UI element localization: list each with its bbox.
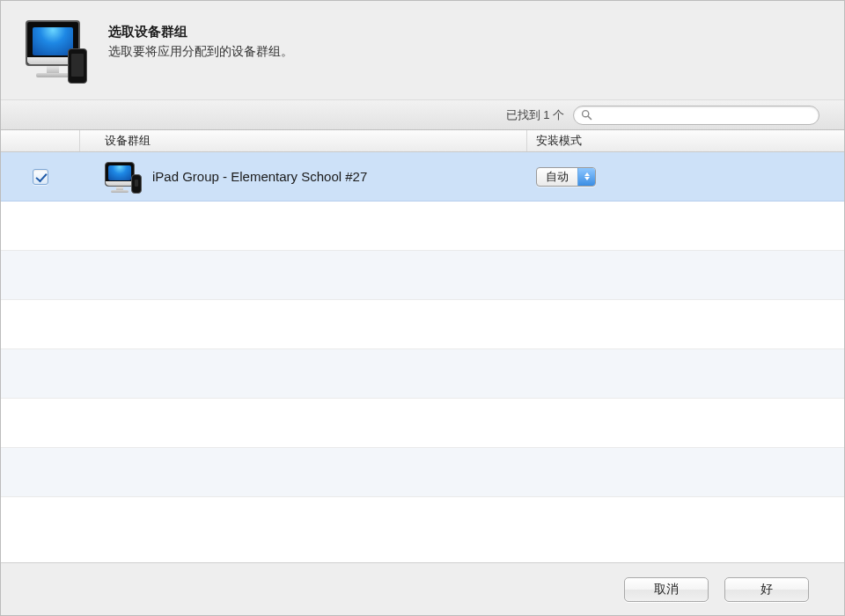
column-header-mode-label: 安装模式 [536, 133, 582, 149]
install-mode-value: 自动 [537, 168, 577, 186]
install-mode-select[interactable]: 自动 [536, 167, 596, 187]
row-group-cell: iPad Group - Elementary School #27 [80, 162, 527, 192]
search-strip: 已找到 1 个 [1, 100, 844, 130]
table-header: 设备群组 安装模式 [1, 130, 844, 152]
row-checkbox[interactable] [33, 169, 48, 185]
search-input[interactable] [592, 108, 812, 122]
dialog-window: 选取设备群组 选取要将应用分配到的设备群组。 已找到 1 个 设备群组 安装模式 [0, 0, 845, 616]
svg-line-1 [588, 116, 591, 119]
table-row [1, 349, 844, 399]
table-row [1, 251, 844, 300]
dialog-header-text: 选取设备群组 选取要将应用分配到的设备群组。 [108, 20, 293, 60]
dialog-header: 选取设备群组 选取要将应用分配到的设备群组。 [1, 1, 844, 100]
cancel-button[interactable]: 取消 [624, 577, 709, 602]
table-body: iPad Group - Elementary School #27 自动 [1, 152, 844, 562]
cancel-button-label: 取消 [654, 582, 679, 598]
table-row [1, 300, 844, 349]
found-count-label: 已找到 1 个 [506, 107, 564, 123]
ok-button[interactable]: 好 [724, 577, 809, 602]
dialog-footer: 取消 好 [1, 562, 844, 615]
search-icon [581, 109, 592, 121]
column-header-mode[interactable]: 安装模式 [527, 130, 844, 151]
table-row [1, 399, 844, 448]
column-header-group-label: 设备群组 [105, 133, 151, 149]
search-field[interactable] [573, 106, 819, 125]
devices-icon [105, 162, 140, 192]
table-row [1, 202, 844, 251]
column-header-checkbox[interactable] [1, 130, 80, 151]
table-row [1, 448, 844, 497]
column-header-group[interactable]: 设备群组 [80, 130, 527, 151]
devices-icon [26, 20, 89, 84]
dialog-subtitle: 选取要将应用分配到的设备群组。 [108, 44, 293, 60]
ok-button-label: 好 [760, 582, 773, 598]
row-group-name: iPad Group - Elementary School #27 [152, 169, 367, 184]
table-row[interactable]: iPad Group - Elementary School #27 自动 [1, 152, 844, 202]
dialog-title: 选取设备群组 [108, 24, 293, 40]
row-mode-cell: 自动 [527, 167, 844, 187]
select-arrows-icon [577, 168, 595, 186]
row-checkbox-cell [1, 169, 80, 185]
